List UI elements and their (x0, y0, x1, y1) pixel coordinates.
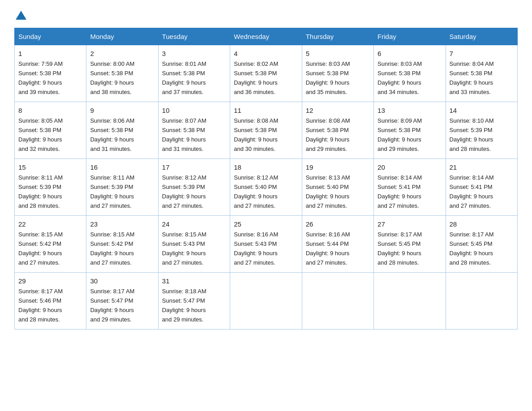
day-number: 6 (378, 48, 442, 59)
day-number: 10 (162, 105, 226, 116)
day-number: 2 (90, 48, 154, 59)
day-number: 20 (378, 162, 442, 172)
day-number: 17 (162, 162, 226, 172)
calendar-cell (302, 272, 373, 329)
calendar-week-row: 29Sunrise: 8:17 AMSunset: 5:46 PMDayligh… (15, 272, 518, 329)
day-info: Sunrise: 8:07 AMSunset: 5:38 PMDaylight:… (162, 117, 206, 152)
weekday-header-sunday: Sunday (15, 28, 86, 45)
calendar-cell: 5Sunrise: 8:03 AMSunset: 5:38 PMDaylight… (302, 45, 373, 102)
day-info: Sunrise: 8:15 AMSunset: 5:42 PMDaylight:… (90, 231, 134, 266)
calendar-cell: 20Sunrise: 8:14 AMSunset: 5:41 PMDayligh… (374, 158, 446, 215)
day-number: 24 (162, 219, 226, 229)
calendar-cell: 2Sunrise: 8:00 AMSunset: 5:38 PMDaylight… (86, 45, 158, 102)
day-number: 27 (378, 219, 442, 229)
day-number: 12 (306, 105, 370, 116)
logo-triangle-icon (16, 11, 26, 20)
calendar-cell (230, 272, 302, 329)
day-info: Sunrise: 8:15 AMSunset: 5:42 PMDaylight:… (18, 231, 63, 266)
calendar-cell: 23Sunrise: 8:15 AMSunset: 5:42 PMDayligh… (86, 215, 158, 272)
weekday-header-wednesday: Wednesday (230, 28, 302, 45)
calendar-week-row: 22Sunrise: 8:15 AMSunset: 5:42 PMDayligh… (15, 215, 518, 272)
day-number: 14 (450, 105, 514, 116)
day-info: Sunrise: 8:17 AMSunset: 5:45 PMDaylight:… (378, 231, 422, 266)
day-info: Sunrise: 8:08 AMSunset: 5:38 PMDaylight:… (234, 117, 278, 152)
day-number: 31 (162, 276, 226, 286)
logo (14, 11, 28, 20)
calendar-cell: 17Sunrise: 8:12 AMSunset: 5:39 PMDayligh… (158, 158, 230, 215)
calendar-cell: 14Sunrise: 8:10 AMSunset: 5:39 PMDayligh… (446, 102, 517, 158)
calendar-cell: 3Sunrise: 8:01 AMSunset: 5:38 PMDaylight… (158, 45, 230, 102)
day-number: 8 (18, 105, 82, 116)
calendar-cell: 16Sunrise: 8:11 AMSunset: 5:39 PMDayligh… (86, 158, 158, 215)
day-info: Sunrise: 8:01 AMSunset: 5:38 PMDaylight:… (162, 60, 206, 95)
calendar-cell: 21Sunrise: 8:14 AMSunset: 5:41 PMDayligh… (446, 158, 517, 215)
day-info: Sunrise: 8:10 AMSunset: 5:39 PMDaylight:… (450, 117, 494, 152)
weekday-header-tuesday: Tuesday (158, 28, 230, 45)
weekday-header-saturday: Saturday (446, 28, 517, 45)
calendar-cell: 19Sunrise: 8:13 AMSunset: 5:40 PMDayligh… (302, 158, 373, 215)
day-info: Sunrise: 8:12 AMSunset: 5:40 PMDaylight:… (234, 174, 278, 209)
day-number: 18 (234, 162, 298, 172)
weekday-header-monday: Monday (86, 28, 158, 45)
calendar-cell: 25Sunrise: 8:16 AMSunset: 5:43 PMDayligh… (230, 215, 302, 272)
calendar-cell: 11Sunrise: 8:08 AMSunset: 5:38 PMDayligh… (230, 102, 302, 158)
day-info: Sunrise: 8:12 AMSunset: 5:39 PMDaylight:… (162, 174, 206, 209)
day-info: Sunrise: 8:14 AMSunset: 5:41 PMDaylight:… (378, 174, 422, 209)
calendar-cell: 12Sunrise: 8:08 AMSunset: 5:38 PMDayligh… (302, 102, 373, 158)
day-number: 1 (18, 48, 82, 59)
day-info: Sunrise: 8:09 AMSunset: 5:38 PMDaylight:… (378, 117, 422, 152)
calendar-cell: 15Sunrise: 8:11 AMSunset: 5:39 PMDayligh… (15, 158, 86, 215)
day-info: Sunrise: 8:14 AMSunset: 5:41 PMDaylight:… (450, 174, 494, 209)
day-info: Sunrise: 8:16 AMSunset: 5:43 PMDaylight:… (234, 231, 278, 266)
weekday-header-friday: Friday (374, 28, 446, 45)
day-info: Sunrise: 8:08 AMSunset: 5:38 PMDaylight:… (306, 117, 350, 152)
day-info: Sunrise: 8:15 AMSunset: 5:43 PMDaylight:… (162, 231, 206, 266)
day-info: Sunrise: 8:03 AMSunset: 5:38 PMDaylight:… (306, 60, 350, 95)
calendar-cell: 10Sunrise: 8:07 AMSunset: 5:38 PMDayligh… (158, 102, 230, 158)
day-number: 26 (306, 219, 370, 229)
day-number: 23 (90, 219, 154, 229)
day-number: 29 (18, 276, 82, 286)
calendar-cell: 6Sunrise: 8:03 AMSunset: 5:38 PMDaylight… (374, 45, 446, 102)
day-info: Sunrise: 8:11 AMSunset: 5:39 PMDaylight:… (90, 174, 134, 209)
calendar-cell: 30Sunrise: 8:17 AMSunset: 5:47 PMDayligh… (86, 272, 158, 329)
calendar-cell: 13Sunrise: 8:09 AMSunset: 5:38 PMDayligh… (374, 102, 446, 158)
day-info: Sunrise: 8:06 AMSunset: 5:38 PMDaylight:… (90, 117, 134, 152)
calendar-cell: 9Sunrise: 8:06 AMSunset: 5:38 PMDaylight… (86, 102, 158, 158)
day-number: 25 (234, 219, 298, 229)
calendar-cell: 27Sunrise: 8:17 AMSunset: 5:45 PMDayligh… (374, 215, 446, 272)
calendar-cell: 7Sunrise: 8:04 AMSunset: 5:38 PMDaylight… (446, 45, 517, 102)
day-info: Sunrise: 8:17 AMSunset: 5:47 PMDaylight:… (90, 288, 134, 323)
day-number: 3 (162, 48, 226, 59)
day-number: 21 (450, 162, 514, 172)
day-info: Sunrise: 8:13 AMSunset: 5:40 PMDaylight:… (306, 174, 350, 209)
day-number: 30 (90, 276, 154, 286)
day-number: 9 (90, 105, 154, 116)
day-number: 11 (234, 105, 298, 116)
day-number: 7 (450, 48, 514, 59)
calendar-cell: 26Sunrise: 8:16 AMSunset: 5:44 PMDayligh… (302, 215, 373, 272)
day-number: 4 (234, 48, 298, 59)
calendar-week-row: 8Sunrise: 8:05 AMSunset: 5:38 PMDaylight… (15, 102, 518, 158)
calendar-cell (446, 272, 517, 329)
day-info: Sunrise: 7:59 AMSunset: 5:38 PMDaylight:… (18, 60, 63, 95)
day-number: 16 (90, 162, 154, 172)
calendar-cell: 24Sunrise: 8:15 AMSunset: 5:43 PMDayligh… (158, 215, 230, 272)
day-info: Sunrise: 8:04 AMSunset: 5:38 PMDaylight:… (450, 60, 494, 95)
day-info: Sunrise: 8:05 AMSunset: 5:38 PMDaylight:… (18, 117, 63, 152)
day-number: 15 (18, 162, 82, 172)
day-number: 28 (450, 219, 514, 229)
calendar-cell: 22Sunrise: 8:15 AMSunset: 5:42 PMDayligh… (15, 215, 86, 272)
weekday-header-row: SundayMondayTuesdayWednesdayThursdayFrid… (15, 28, 518, 45)
calendar-week-row: 1Sunrise: 7:59 AMSunset: 5:38 PMDaylight… (15, 45, 518, 102)
day-number: 22 (18, 219, 82, 229)
day-info: Sunrise: 8:17 AMSunset: 5:45 PMDaylight:… (450, 231, 494, 266)
day-info: Sunrise: 8:16 AMSunset: 5:44 PMDaylight:… (306, 231, 350, 266)
calendar-week-row: 15Sunrise: 8:11 AMSunset: 5:39 PMDayligh… (15, 158, 518, 215)
day-info: Sunrise: 8:17 AMSunset: 5:46 PMDaylight:… (18, 288, 63, 323)
day-info: Sunrise: 8:00 AMSunset: 5:38 PMDaylight:… (90, 60, 134, 95)
calendar-table: SundayMondayTuesdayWednesdayThursdayFrid… (14, 28, 518, 330)
calendar-cell: 28Sunrise: 8:17 AMSunset: 5:45 PMDayligh… (446, 215, 517, 272)
day-info: Sunrise: 8:11 AMSunset: 5:39 PMDaylight:… (18, 174, 63, 209)
day-info: Sunrise: 8:18 AMSunset: 5:47 PMDaylight:… (162, 288, 206, 323)
